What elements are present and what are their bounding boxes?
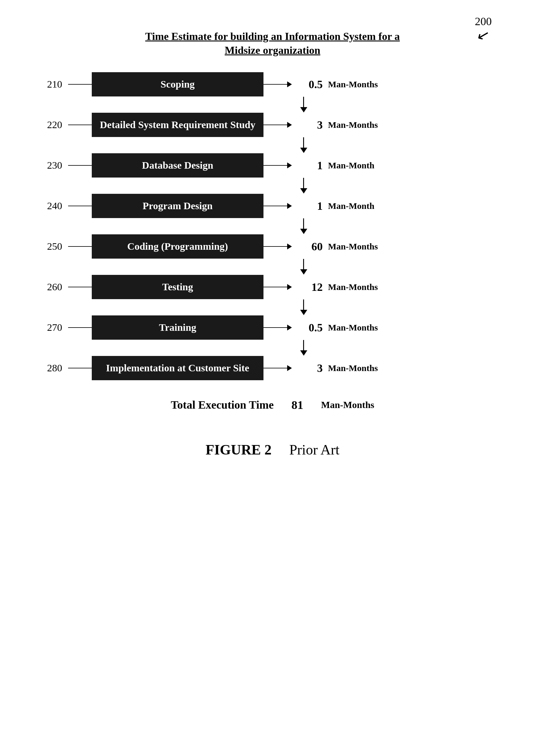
row-value-260: 12 bbox=[299, 281, 323, 294]
row-unit-210: Man-Months bbox=[328, 79, 378, 89]
flow-row-280: 280Implementation at Customer Site3Man-M… bbox=[30, 356, 515, 380]
flow-row-270: 270Training0.5Man-Months bbox=[30, 315, 515, 340]
step-box-270: Training bbox=[92, 315, 263, 340]
row-label-220: 220 bbox=[30, 119, 68, 130]
row-label-line-270 bbox=[68, 327, 92, 328]
row-unit-250: Man-Months bbox=[328, 241, 378, 252]
right-arrow-line-230 bbox=[263, 165, 287, 166]
label-group-270: 270 bbox=[30, 322, 92, 333]
figure-caption-label: FIGURE 2 bbox=[205, 441, 271, 458]
chart-title-line2: Midsize organization bbox=[225, 44, 320, 56]
right-arrow-head-250 bbox=[287, 244, 292, 249]
right-arrow-220 bbox=[263, 122, 299, 128]
right-arrow-head-280 bbox=[287, 365, 292, 371]
right-arrow-line-220 bbox=[263, 125, 287, 125]
flow-row-220: 220Detailed System Requirement Study3Man… bbox=[30, 113, 515, 137]
down-arrow-260 bbox=[300, 299, 307, 315]
step-box-260: Testing bbox=[92, 275, 263, 299]
flowchart: 210Scoping0.5Man-Months220Detailed Syste… bbox=[30, 72, 515, 380]
down-arrow-line-220 bbox=[303, 137, 304, 148]
step-box-220: Detailed System Requirement Study bbox=[92, 113, 263, 137]
right-arrow-line-240 bbox=[263, 206, 287, 206]
step-box-210: Scoping bbox=[92, 72, 263, 96]
row-label-line-280 bbox=[68, 368, 92, 368]
row-label-line-240 bbox=[68, 206, 92, 206]
total-label: Total Execution Time bbox=[171, 398, 274, 411]
down-arrow-240 bbox=[300, 218, 307, 234]
row-value-250: 60 bbox=[299, 240, 323, 253]
right-arrow-head-270 bbox=[287, 325, 292, 331]
flow-row-250: 250Coding (Programming)60Man-Months bbox=[30, 234, 515, 259]
row-unit-230: Man-Month bbox=[328, 160, 375, 170]
right-arrow-head-230 bbox=[287, 162, 292, 168]
right-arrow-240 bbox=[263, 203, 299, 209]
down-arrow-line-250 bbox=[303, 259, 304, 269]
flow-row-230: 230Database Design1Man-Month bbox=[30, 153, 515, 178]
row-label-240: 240 bbox=[30, 200, 68, 212]
row-label-250: 250 bbox=[30, 241, 68, 252]
right-arrow-head-240 bbox=[287, 203, 292, 209]
right-arrow-line-260 bbox=[263, 287, 287, 287]
row-value-210: 0.5 bbox=[299, 78, 323, 91]
row-label-line-250 bbox=[68, 246, 92, 247]
row-label-line-210 bbox=[68, 84, 92, 85]
step-box-240: Program Design bbox=[92, 194, 263, 218]
total-unit: Man-Months bbox=[321, 399, 375, 410]
down-arrow-line-240 bbox=[303, 218, 304, 229]
row-label-line-230 bbox=[68, 165, 92, 166]
down-arrow-head-220 bbox=[300, 148, 307, 153]
row-label-270: 270 bbox=[30, 322, 68, 333]
right-arrow-250 bbox=[263, 244, 299, 249]
flow-row-240: 240Program Design1Man-Month bbox=[30, 194, 515, 218]
flow-row-210: 210Scoping0.5Man-Months bbox=[30, 72, 515, 96]
down-arrow-head-270 bbox=[300, 350, 307, 356]
label-group-250: 250 bbox=[30, 241, 92, 252]
chart-title: Time Estimate for building an Informatio… bbox=[145, 30, 400, 57]
figure-number-container: 200 ↙ bbox=[475, 15, 492, 43]
chart-title-line1: Time Estimate for building an Informatio… bbox=[145, 30, 400, 42]
row-label-line-260 bbox=[68, 287, 92, 287]
down-arrow-270 bbox=[300, 340, 307, 356]
step-box-230: Database Design bbox=[92, 153, 263, 178]
figure-arrow-icon: ↙ bbox=[473, 25, 494, 46]
total-row: Total Execution Time 81 Man-Months bbox=[171, 398, 374, 412]
row-unit-280: Man-Months bbox=[328, 363, 378, 373]
label-group-280: 280 bbox=[30, 362, 92, 374]
row-value-280: 3 bbox=[299, 362, 323, 375]
row-unit-220: Man-Months bbox=[328, 120, 378, 130]
flow-row-260: 260Testing12Man-Months bbox=[30, 275, 515, 299]
down-arrow-230 bbox=[300, 178, 307, 194]
down-arrow-head-230 bbox=[300, 188, 307, 194]
down-arrow-250 bbox=[300, 259, 307, 275]
down-arrow-line-260 bbox=[303, 299, 304, 310]
label-group-230: 230 bbox=[30, 160, 92, 171]
down-arrow-head-210 bbox=[300, 107, 307, 112]
down-arrow-head-240 bbox=[300, 229, 307, 234]
right-arrow-260 bbox=[263, 284, 299, 290]
row-label-230: 230 bbox=[30, 160, 68, 171]
row-label-210: 210 bbox=[30, 79, 68, 90]
row-label-260: 260 bbox=[30, 281, 68, 293]
down-arrow-line-230 bbox=[303, 178, 304, 188]
right-arrow-line-210 bbox=[263, 84, 287, 85]
row-unit-270: Man-Months bbox=[328, 323, 378, 333]
right-arrow-280 bbox=[263, 365, 299, 371]
right-arrow-210 bbox=[263, 81, 299, 87]
row-label-line-220 bbox=[68, 125, 92, 125]
down-arrow-line-270 bbox=[303, 340, 304, 350]
main-content: Time Estimate for building an Informatio… bbox=[30, 18, 515, 412]
label-group-240: 240 bbox=[30, 200, 92, 212]
right-arrow-line-270 bbox=[263, 327, 287, 328]
right-arrow-line-280 bbox=[263, 368, 287, 368]
row-value-230: 1 bbox=[299, 159, 323, 172]
label-group-210: 210 bbox=[30, 79, 92, 90]
row-value-240: 1 bbox=[299, 199, 323, 212]
step-box-280: Implementation at Customer Site bbox=[92, 356, 263, 380]
right-arrow-head-260 bbox=[287, 284, 292, 290]
row-label-280: 280 bbox=[30, 362, 68, 374]
row-unit-240: Man-Month bbox=[328, 201, 375, 211]
row-value-270: 0.5 bbox=[299, 321, 323, 334]
step-box-250: Coding (Programming) bbox=[92, 234, 263, 259]
down-arrow-head-250 bbox=[300, 269, 307, 275]
right-arrow-head-210 bbox=[287, 81, 292, 87]
